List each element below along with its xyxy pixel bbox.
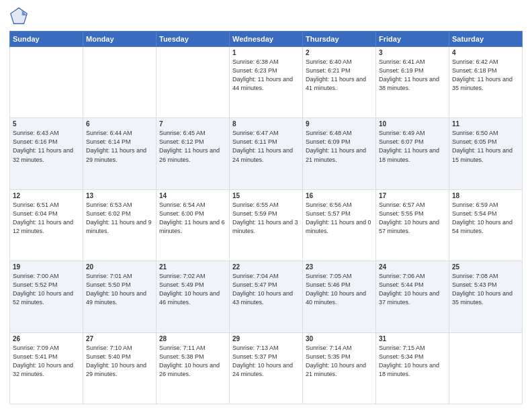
col-header-friday: Friday [376, 32, 449, 47]
calendar-cell: 19Sunrise: 7:00 AM Sunset: 5:52 PM Dayli… [10, 261, 83, 332]
day-number: 11 [452, 120, 519, 128]
calendar-cell: 17Sunrise: 6:57 AM Sunset: 5:55 PM Dayli… [376, 189, 449, 261]
day-info: Sunrise: 6:51 AM Sunset: 6:04 PM Dayligh… [13, 201, 80, 236]
day-info: Sunrise: 6:45 AM Sunset: 6:12 PM Dayligh… [159, 129, 226, 164]
calendar-cell [449, 332, 523, 404]
day-number: 23 [306, 263, 373, 271]
day-number: 27 [86, 335, 153, 342]
calendar-cell: 24Sunrise: 7:06 AM Sunset: 5:44 PM Dayli… [376, 261, 449, 332]
calendar-cell: 2Sunrise: 6:40 AM Sunset: 6:21 PM Daylig… [303, 47, 376, 118]
calendar-cell: 28Sunrise: 7:11 AM Sunset: 5:38 PM Dayli… [157, 332, 230, 404]
calendar-cell: 31Sunrise: 7:15 AM Sunset: 5:34 PM Dayli… [376, 332, 449, 404]
day-number: 17 [379, 192, 446, 199]
calendar-cell [83, 47, 157, 118]
calendar-table: SundayMondayTuesdayWednesdayThursdayFrid… [9, 31, 523, 404]
day-number: 20 [86, 263, 153, 271]
day-number: 29 [232, 335, 300, 342]
day-number: 9 [306, 120, 373, 128]
day-number: 12 [13, 192, 80, 199]
col-header-monday: Monday [83, 32, 157, 47]
calendar-cell: 3Sunrise: 6:41 AM Sunset: 6:19 PM Daylig… [376, 47, 449, 118]
calendar-cell: 12Sunrise: 6:51 AM Sunset: 6:04 PM Dayli… [10, 189, 83, 261]
col-header-thursday: Thursday [303, 32, 376, 47]
day-info: Sunrise: 6:41 AM Sunset: 6:19 PM Dayligh… [379, 58, 446, 93]
day-number: 31 [379, 335, 446, 342]
day-info: Sunrise: 6:48 AM Sunset: 6:09 PM Dayligh… [306, 129, 373, 164]
day-number: 28 [159, 335, 226, 342]
day-number: 19 [13, 263, 80, 271]
week-row-2: 12Sunrise: 6:51 AM Sunset: 6:04 PM Dayli… [10, 189, 523, 261]
day-number: 26 [13, 335, 80, 342]
calendar-cell: 6Sunrise: 6:44 AM Sunset: 6:14 PM Daylig… [83, 118, 157, 189]
col-header-tuesday: Tuesday [157, 32, 230, 47]
logo-icon [9, 7, 28, 26]
day-number: 18 [452, 192, 519, 199]
calendar-cell: 18Sunrise: 6:59 AM Sunset: 5:54 PM Dayli… [449, 189, 523, 261]
calendar-cell: 9Sunrise: 6:48 AM Sunset: 6:09 PM Daylig… [303, 118, 376, 189]
day-info: Sunrise: 7:02 AM Sunset: 5:49 PM Dayligh… [159, 272, 226, 307]
calendar-cell: 14Sunrise: 6:54 AM Sunset: 6:00 PM Dayli… [157, 189, 230, 261]
day-number: 24 [379, 263, 446, 271]
day-info: Sunrise: 6:57 AM Sunset: 5:55 PM Dayligh… [379, 201, 446, 236]
day-info: Sunrise: 7:11 AM Sunset: 5:38 PM Dayligh… [159, 344, 226, 379]
day-info: Sunrise: 7:13 AM Sunset: 5:37 PM Dayligh… [232, 344, 300, 379]
day-number: 3 [379, 49, 446, 56]
calendar-cell: 13Sunrise: 6:53 AM Sunset: 6:02 PM Dayli… [83, 189, 157, 261]
day-number: 8 [232, 120, 300, 128]
calendar-cell: 30Sunrise: 7:14 AM Sunset: 5:35 PM Dayli… [303, 332, 376, 404]
col-header-wednesday: Wednesday [230, 32, 303, 47]
week-row-3: 19Sunrise: 7:00 AM Sunset: 5:52 PM Dayli… [10, 261, 523, 332]
calendar-cell: 1Sunrise: 6:38 AM Sunset: 6:23 PM Daylig… [230, 47, 303, 118]
header-row: SundayMondayTuesdayWednesdayThursdayFrid… [10, 32, 523, 47]
day-number: 2 [306, 49, 373, 56]
day-info: Sunrise: 6:40 AM Sunset: 6:21 PM Dayligh… [306, 58, 373, 93]
day-info: Sunrise: 7:08 AM Sunset: 5:43 PM Dayligh… [452, 272, 519, 307]
calendar-cell: 8Sunrise: 6:47 AM Sunset: 6:11 PM Daylig… [230, 118, 303, 189]
week-row-0: 1Sunrise: 6:38 AM Sunset: 6:23 PM Daylig… [10, 47, 523, 118]
day-info: Sunrise: 6:43 AM Sunset: 6:16 PM Dayligh… [13, 129, 80, 164]
day-info: Sunrise: 6:44 AM Sunset: 6:14 PM Dayligh… [86, 129, 153, 164]
calendar-cell: 20Sunrise: 7:01 AM Sunset: 5:50 PM Dayli… [83, 261, 157, 332]
calendar-cell: 15Sunrise: 6:55 AM Sunset: 5:59 PM Dayli… [230, 189, 303, 261]
day-info: Sunrise: 7:05 AM Sunset: 5:46 PM Dayligh… [306, 272, 373, 307]
calendar-cell: 4Sunrise: 6:42 AM Sunset: 6:18 PM Daylig… [449, 47, 523, 118]
calendar-cell: 7Sunrise: 6:45 AM Sunset: 6:12 PM Daylig… [157, 118, 230, 189]
day-info: Sunrise: 7:04 AM Sunset: 5:47 PM Dayligh… [232, 272, 300, 307]
day-info: Sunrise: 6:54 AM Sunset: 6:00 PM Dayligh… [159, 201, 226, 236]
day-info: Sunrise: 6:56 AM Sunset: 5:57 PM Dayligh… [306, 201, 373, 236]
day-info: Sunrise: 6:53 AM Sunset: 6:02 PM Dayligh… [86, 201, 153, 236]
day-info: Sunrise: 6:59 AM Sunset: 5:54 PM Dayligh… [452, 201, 519, 236]
day-info: Sunrise: 6:49 AM Sunset: 6:07 PM Dayligh… [379, 129, 446, 164]
header [9, 7, 523, 26]
day-info: Sunrise: 7:09 AM Sunset: 5:41 PM Dayligh… [13, 344, 80, 379]
day-info: Sunrise: 6:38 AM Sunset: 6:23 PM Dayligh… [232, 58, 300, 93]
calendar-cell: 22Sunrise: 7:04 AM Sunset: 5:47 PM Dayli… [230, 261, 303, 332]
day-info: Sunrise: 6:42 AM Sunset: 6:18 PM Dayligh… [452, 58, 519, 93]
day-info: Sunrise: 7:14 AM Sunset: 5:35 PM Dayligh… [306, 344, 373, 379]
day-info: Sunrise: 7:01 AM Sunset: 5:50 PM Dayligh… [86, 272, 153, 307]
day-number: 16 [306, 192, 373, 199]
logo [9, 7, 31, 26]
day-number: 13 [86, 192, 153, 199]
calendar-cell: 5Sunrise: 6:43 AM Sunset: 6:16 PM Daylig… [10, 118, 83, 189]
calendar-cell: 21Sunrise: 7:02 AM Sunset: 5:49 PM Dayli… [157, 261, 230, 332]
day-number: 1 [232, 49, 300, 56]
calendar-cell: 16Sunrise: 6:56 AM Sunset: 5:57 PM Dayli… [303, 189, 376, 261]
day-number: 25 [452, 263, 519, 271]
calendar-cell: 10Sunrise: 6:49 AM Sunset: 6:07 PM Dayli… [376, 118, 449, 189]
day-number: 14 [159, 192, 226, 199]
day-number: 7 [159, 120, 226, 128]
day-number: 4 [452, 49, 519, 56]
calendar-cell: 27Sunrise: 7:10 AM Sunset: 5:40 PM Dayli… [83, 332, 157, 404]
calendar-cell: 11Sunrise: 6:50 AM Sunset: 6:05 PM Dayli… [449, 118, 523, 189]
day-number: 5 [13, 120, 80, 128]
calendar-cell [10, 47, 83, 118]
day-number: 10 [379, 120, 446, 128]
calendar-cell: 25Sunrise: 7:08 AM Sunset: 5:43 PM Dayli… [449, 261, 523, 332]
day-info: Sunrise: 7:10 AM Sunset: 5:40 PM Dayligh… [86, 344, 153, 379]
day-number: 21 [159, 263, 226, 271]
day-number: 22 [232, 263, 300, 271]
col-header-saturday: Saturday [449, 32, 523, 47]
day-info: Sunrise: 6:47 AM Sunset: 6:11 PM Dayligh… [232, 129, 300, 164]
day-info: Sunrise: 6:55 AM Sunset: 5:59 PM Dayligh… [232, 201, 300, 236]
